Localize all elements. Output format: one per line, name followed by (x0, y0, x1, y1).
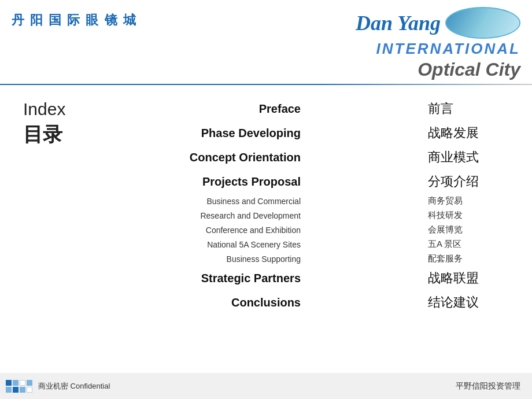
index-zh-8: 配套服务 (428, 253, 520, 264)
index-en-5: Research and Development (116, 211, 312, 220)
sq6 (13, 387, 19, 393)
index-row-0: Preface前言 (116, 97, 520, 121)
footer-confidential: 商业机密 Confidential (38, 381, 110, 391)
index-en-4: Business and Commercial (116, 197, 312, 206)
sq2 (13, 380, 19, 386)
index-en-1: Phase Developing (116, 127, 312, 140)
index-row-4: Business and Commercial商务贸易 (116, 194, 520, 208)
index-row-3: Projects Proposal分项介绍 (116, 169, 520, 194)
sq8 (27, 387, 32, 393)
sq4 (27, 380, 32, 386)
index-en-6: Conference and Exhibition (116, 226, 312, 235)
index-zh-6: 会展博览 (428, 224, 520, 235)
index-zh-5: 科技研发 (428, 210, 520, 221)
sq1 (6, 380, 12, 386)
index-zh-1: 战略发展 (428, 124, 520, 142)
optical-city-text: Optical City (418, 59, 520, 80)
index-zh-9: 战略联盟 (428, 269, 520, 287)
index-row-7: National 5A Scenery Sites五A 景区 (116, 237, 520, 252)
international-text: INTERNATIONAL (376, 40, 520, 58)
index-en-7: National 5A Scenery Sites (116, 240, 312, 249)
logo-oval (445, 7, 520, 39)
footer-squares (6, 380, 32, 393)
index-label: Index 目录 (23, 97, 116, 368)
index-zh-4: 商务贸易 (428, 195, 520, 206)
dan-yang-text: Dan Yang (356, 11, 441, 35)
index-zh-3: 分项介绍 (428, 173, 520, 190)
index-zh-10: 结论建议 (428, 294, 520, 311)
index-zh-2: 商业模式 (428, 149, 520, 166)
index-row-2: Concept Orientation商业模式 (116, 145, 520, 169)
index-en-0: Preface (116, 102, 312, 116)
index-row-10: Conclusions结论建议 (116, 290, 520, 315)
index-table: Preface前言Phase Developing战略发展Concept Ori… (116, 97, 520, 368)
index-en-9: Strategic Partners (116, 272, 312, 285)
footer-left: 商业机密 Confidential (6, 380, 110, 393)
index-zh-0: 前言 (428, 100, 520, 117)
logo-oval-inner (446, 8, 519, 38)
index-chinese-label: 目录 (23, 121, 116, 148)
sq5 (6, 387, 12, 393)
footer: 商业机密 Confidential 平野信阳投资管理 (0, 373, 532, 399)
index-en-10: Conclusions (116, 296, 312, 309)
index-english-label: Index (23, 99, 116, 119)
header-right: Dan Yang INTERNATIONAL Optical City (356, 7, 520, 80)
sq7 (20, 387, 25, 393)
sq3 (20, 380, 25, 386)
main-content: Index 目录 Preface前言Phase Developing战略发展Co… (0, 85, 532, 374)
index-row-5: Research and Development科技研发 (116, 208, 520, 223)
index-en-2: Concept Orientation (116, 151, 312, 164)
index-row-8: Business Supporting配套服务 (116, 252, 520, 266)
index-row-9: Strategic Partners战略联盟 (116, 266, 520, 290)
index-en-8: Business Supporting (116, 254, 312, 264)
index-row-6: Conference and Exhibition会展博览 (116, 223, 520, 237)
index-row-1: Phase Developing战略发展 (116, 121, 520, 145)
dan-yang-row: Dan Yang (356, 7, 520, 39)
index-en-3: Projects Proposal (116, 175, 312, 189)
chinese-title: 丹 阳 国 际 眼 镜 城 (12, 12, 137, 29)
footer-company: 平野信阳投资管理 (456, 381, 520, 391)
index-zh-7: 五A 景区 (428, 239, 520, 250)
header-left: 丹 阳 国 际 眼 镜 城 (12, 7, 137, 29)
header: 丹 阳 国 际 眼 镜 城 Dan Yang INTERNATIONAL Opt… (0, 0, 532, 84)
